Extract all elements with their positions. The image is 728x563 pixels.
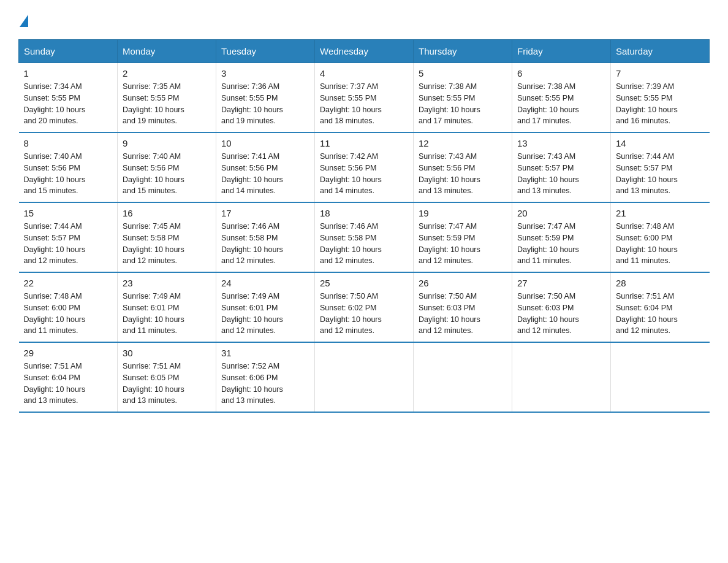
day-cell (512, 342, 611, 412)
day-number: 22 (24, 278, 113, 288)
day-info: Sunrise: 7:48 AM Sunset: 6:00 PM Dayligh… (616, 221, 705, 267)
day-cell: 31 Sunrise: 7:52 AM Sunset: 6:06 PM Dayl… (216, 342, 315, 412)
week-row-5: 29 Sunrise: 7:51 AM Sunset: 6:04 PM Dayl… (19, 342, 710, 412)
day-number: 8 (24, 138, 113, 148)
day-number: 23 (123, 278, 211, 288)
day-cell (611, 342, 710, 412)
day-cell: 23 Sunrise: 7:49 AM Sunset: 6:01 PM Dayl… (118, 272, 216, 342)
day-info: Sunrise: 7:49 AM Sunset: 6:01 PM Dayligh… (123, 291, 211, 337)
day-cell: 15 Sunrise: 7:44 AM Sunset: 5:57 PM Dayl… (19, 202, 118, 272)
day-number: 1 (24, 68, 113, 79)
day-cell: 25 Sunrise: 7:50 AM Sunset: 6:02 PM Dayl… (315, 272, 414, 342)
day-cell: 7 Sunrise: 7:39 AM Sunset: 5:55 PM Dayli… (611, 63, 710, 133)
day-info: Sunrise: 7:41 AM Sunset: 5:56 PM Dayligh… (221, 151, 309, 197)
day-info: Sunrise: 7:50 AM Sunset: 6:03 PM Dayligh… (419, 291, 507, 337)
day-cell: 6 Sunrise: 7:38 AM Sunset: 5:55 PM Dayli… (512, 63, 611, 133)
header-saturday: Saturday (611, 40, 710, 63)
day-number: 17 (221, 208, 309, 218)
day-info: Sunrise: 7:50 AM Sunset: 6:02 PM Dayligh… (320, 291, 408, 337)
day-cell: 24 Sunrise: 7:49 AM Sunset: 6:01 PM Dayl… (216, 272, 315, 342)
day-cell: 1 Sunrise: 7:34 AM Sunset: 5:55 PM Dayli… (19, 63, 118, 133)
day-cell: 16 Sunrise: 7:45 AM Sunset: 5:58 PM Dayl… (118, 202, 216, 272)
day-number: 9 (123, 138, 211, 148)
day-cell: 5 Sunrise: 7:38 AM Sunset: 5:55 PM Dayli… (414, 63, 512, 133)
day-info: Sunrise: 7:47 AM Sunset: 5:59 PM Dayligh… (517, 221, 605, 267)
day-cell: 29 Sunrise: 7:51 AM Sunset: 6:04 PM Dayl… (19, 342, 118, 412)
day-number: 15 (24, 208, 113, 218)
day-info: Sunrise: 7:34 AM Sunset: 5:55 PM Dayligh… (24, 81, 113, 127)
logo (18, 12, 28, 27)
day-cell: 18 Sunrise: 7:46 AM Sunset: 5:58 PM Dayl… (315, 202, 414, 272)
day-info: Sunrise: 7:38 AM Sunset: 5:55 PM Dayligh… (419, 81, 507, 127)
day-number: 2 (123, 68, 211, 79)
day-cell: 21 Sunrise: 7:48 AM Sunset: 6:00 PM Dayl… (611, 202, 710, 272)
day-cell: 27 Sunrise: 7:50 AM Sunset: 6:03 PM Dayl… (512, 272, 611, 342)
day-info: Sunrise: 7:48 AM Sunset: 6:00 PM Dayligh… (24, 291, 113, 337)
header-monday: Monday (118, 40, 216, 63)
day-cell: 30 Sunrise: 7:51 AM Sunset: 6:05 PM Dayl… (118, 342, 216, 412)
day-cell: 22 Sunrise: 7:48 AM Sunset: 6:00 PM Dayl… (19, 272, 118, 342)
day-info: Sunrise: 7:49 AM Sunset: 6:01 PM Dayligh… (221, 291, 309, 337)
day-info: Sunrise: 7:35 AM Sunset: 5:55 PM Dayligh… (123, 81, 211, 127)
day-number: 6 (517, 68, 605, 79)
week-row-3: 15 Sunrise: 7:44 AM Sunset: 5:57 PM Dayl… (19, 202, 710, 272)
day-number: 19 (419, 208, 507, 218)
day-number: 31 (221, 348, 309, 358)
day-info: Sunrise: 7:37 AM Sunset: 5:55 PM Dayligh… (320, 81, 408, 127)
day-cell: 28 Sunrise: 7:51 AM Sunset: 6:04 PM Dayl… (611, 272, 710, 342)
day-number: 7 (616, 68, 705, 79)
day-info: Sunrise: 7:38 AM Sunset: 5:55 PM Dayligh… (517, 81, 605, 127)
day-cell: 26 Sunrise: 7:50 AM Sunset: 6:03 PM Dayl… (414, 272, 512, 342)
day-cell: 3 Sunrise: 7:36 AM Sunset: 5:55 PM Dayli… (216, 63, 315, 133)
day-cell: 2 Sunrise: 7:35 AM Sunset: 5:55 PM Dayli… (118, 63, 216, 133)
day-number: 28 (616, 278, 705, 288)
day-info: Sunrise: 7:51 AM Sunset: 6:05 PM Dayligh… (123, 361, 211, 407)
day-info: Sunrise: 7:50 AM Sunset: 6:03 PM Dayligh… (517, 291, 605, 337)
day-number: 4 (320, 68, 408, 79)
day-number: 10 (221, 138, 309, 148)
day-info: Sunrise: 7:44 AM Sunset: 5:57 PM Dayligh… (24, 221, 113, 267)
day-number: 14 (616, 138, 705, 148)
day-cell (414, 342, 512, 412)
header-wednesday: Wednesday (315, 40, 414, 63)
header-tuesday: Tuesday (216, 40, 315, 63)
day-cell: 11 Sunrise: 7:42 AM Sunset: 5:56 PM Dayl… (315, 132, 414, 202)
day-info: Sunrise: 7:47 AM Sunset: 5:59 PM Dayligh… (419, 221, 507, 267)
day-info: Sunrise: 7:46 AM Sunset: 5:58 PM Dayligh… (320, 221, 408, 267)
day-info: Sunrise: 7:44 AM Sunset: 5:57 PM Dayligh… (616, 151, 705, 197)
day-info: Sunrise: 7:42 AM Sunset: 5:56 PM Dayligh… (320, 151, 408, 197)
day-number: 21 (616, 208, 705, 218)
day-number: 24 (221, 278, 309, 288)
day-info: Sunrise: 7:51 AM Sunset: 6:04 PM Dayligh… (24, 361, 113, 407)
day-cell: 4 Sunrise: 7:37 AM Sunset: 5:55 PM Dayli… (315, 63, 414, 133)
day-number: 12 (419, 138, 507, 148)
day-cell: 13 Sunrise: 7:43 AM Sunset: 5:57 PM Dayl… (512, 132, 611, 202)
week-row-1: 1 Sunrise: 7:34 AM Sunset: 5:55 PM Dayli… (19, 63, 710, 133)
day-cell: 8 Sunrise: 7:40 AM Sunset: 5:56 PM Dayli… (19, 132, 118, 202)
day-info: Sunrise: 7:46 AM Sunset: 5:58 PM Dayligh… (221, 221, 309, 267)
day-number: 13 (517, 138, 605, 148)
day-cell: 12 Sunrise: 7:43 AM Sunset: 5:56 PM Dayl… (414, 132, 512, 202)
day-cell: 17 Sunrise: 7:46 AM Sunset: 5:58 PM Dayl… (216, 202, 315, 272)
day-number: 30 (123, 348, 211, 358)
day-info: Sunrise: 7:43 AM Sunset: 5:56 PM Dayligh… (419, 151, 507, 197)
page-header (18, 12, 710, 27)
logo-triangle-icon (20, 15, 28, 27)
header-sunday: Sunday (19, 40, 118, 63)
calendar-table: SundayMondayTuesdayWednesdayThursdayFrid… (18, 39, 710, 413)
week-row-2: 8 Sunrise: 7:40 AM Sunset: 5:56 PM Dayli… (19, 132, 710, 202)
day-info: Sunrise: 7:40 AM Sunset: 5:56 PM Dayligh… (123, 151, 211, 197)
day-cell (315, 342, 414, 412)
week-row-4: 22 Sunrise: 7:48 AM Sunset: 6:00 PM Dayl… (19, 272, 710, 342)
day-number: 20 (517, 208, 605, 218)
day-info: Sunrise: 7:52 AM Sunset: 6:06 PM Dayligh… (221, 361, 309, 407)
day-info: Sunrise: 7:39 AM Sunset: 5:55 PM Dayligh… (616, 81, 705, 127)
header-thursday: Thursday (414, 40, 512, 63)
day-info: Sunrise: 7:40 AM Sunset: 5:56 PM Dayligh… (24, 151, 113, 197)
day-number: 25 (320, 278, 408, 288)
day-number: 27 (517, 278, 605, 288)
day-cell: 10 Sunrise: 7:41 AM Sunset: 5:56 PM Dayl… (216, 132, 315, 202)
day-info: Sunrise: 7:43 AM Sunset: 5:57 PM Dayligh… (517, 151, 605, 197)
day-number: 16 (123, 208, 211, 218)
day-number: 18 (320, 208, 408, 218)
